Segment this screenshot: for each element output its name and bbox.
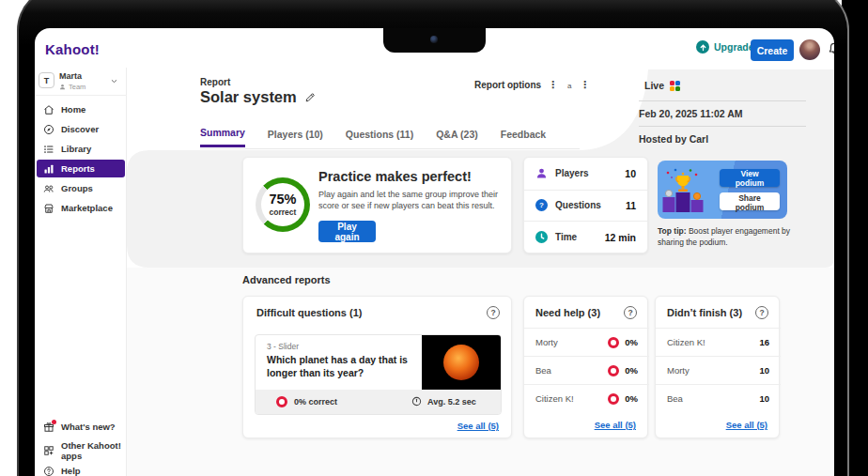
list-icon <box>43 144 54 155</box>
stat-row-time: Time 12 min <box>524 221 647 253</box>
tab-summary[interactable]: Summary <box>200 127 245 147</box>
question-type: 3 - Slider <box>267 342 299 351</box>
team-type-icon <box>59 84 66 90</box>
upgrade-label: Upgrade <box>714 41 754 53</box>
upgrade-button[interactable]: Upgrade <box>696 40 754 54</box>
gift-icon <box>43 422 54 433</box>
sidebar-item-label: Discover <box>61 124 99 134</box>
share-podium-button[interactable]: Share podium <box>720 192 780 210</box>
report-eyebrow: Report <box>200 77 230 87</box>
create-button[interactable]: Create <box>751 39 794 61</box>
player-value: 0% <box>625 393 638 404</box>
edit-title-icon[interactable] <box>304 91 317 103</box>
see-all-link[interactable]: See all (5) <box>726 420 767 430</box>
bar-chart-icon <box>43 163 54 175</box>
zero-score-icon <box>608 393 619 405</box>
sidebar-item-home[interactable]: Home <box>37 100 125 118</box>
player-row: Bea 0% <box>524 356 649 384</box>
play-again-button[interactable]: Play again <box>318 221 376 242</box>
compass-icon <box>43 124 54 135</box>
help-icon[interactable]: ? <box>755 306 768 319</box>
sidebar-item-other-apps[interactable]: Other Kahoot! apps <box>37 441 125 459</box>
team-selector[interactable]: T Marta Team <box>39 70 123 93</box>
sidebar-item-label: Groups <box>61 183 93 193</box>
see-all-link[interactable]: See all (5) <box>595 420 636 430</box>
podium-tip: Top tip: Boost player engagement by shar… <box>658 225 798 249</box>
player-name: Citizen K! <box>667 337 759 347</box>
session-mode: Live <box>644 80 664 91</box>
camera-dot <box>430 36 438 43</box>
stat-value: 11 <box>626 200 636 211</box>
score-caption: correct <box>270 207 297 217</box>
planet-image <box>443 345 479 380</box>
kahoot-logo[interactable]: Kahoot! <box>45 41 100 57</box>
session-mode-row: Live <box>644 80 680 91</box>
player-value: 10 <box>759 393 769 404</box>
tab-feedback[interactable]: Feedback <box>501 129 546 146</box>
stat-label: Players <box>555 168 617 178</box>
card-title: Difficult questions (1) <box>256 307 362 318</box>
storefront-icon <box>43 203 54 214</box>
kahoot-mark-icon <box>670 81 680 91</box>
see-all-link[interactable]: See all (5) <box>457 421 499 431</box>
podium-card: View podium Share podium <box>658 161 787 219</box>
zero-score-icon <box>608 337 619 348</box>
player-row: Morty 10 <box>656 356 781 384</box>
sidebar-item-label: What's new? <box>61 422 116 432</box>
card-title: Didn’t finish (3) <box>667 307 742 318</box>
zero-score-icon <box>608 365 619 376</box>
info-divider <box>639 100 806 101</box>
view-podium-button[interactable]: View podium <box>720 169 780 187</box>
apps-grid-icon <box>43 445 54 456</box>
sidebar-item-label: Help <box>61 466 81 476</box>
need-help-card: Need help (3) ? Morty 0% Bea 0% Citizen … <box>523 296 648 438</box>
player-row: Morty 0% <box>524 328 649 356</box>
didnt-finish-card: Didn’t finish (3) ? Citizen K! 16 Morty … <box>655 296 780 438</box>
podium-illustration <box>662 167 704 212</box>
stat-row-questions: ? Questions 11 <box>524 190 647 222</box>
sidebar-item-reports[interactable]: Reports <box>37 160 125 177</box>
tabs-underline <box>200 148 580 149</box>
sidebar-item-library[interactable]: Library <box>37 140 125 158</box>
help-icon[interactable]: ? <box>624 306 637 319</box>
sidebar-item-help[interactable]: Help <box>37 462 125 476</box>
player-row: Citizen K! 0% <box>524 384 649 412</box>
stat-label: Questions <box>555 200 618 210</box>
practice-card: 75% correct Practice makes perfect! Play… <box>242 157 512 253</box>
help-circle-icon <box>43 466 54 476</box>
player-name: Morty <box>667 365 759 376</box>
question-item[interactable]: 3 - Slider Which planet has a day that i… <box>255 334 502 415</box>
report-options-button[interactable]: Report options ⋮ <box>474 80 558 90</box>
sidebar-item-groups[interactable]: Groups <box>37 179 125 197</box>
player-row: Citizen K! 16 <box>656 328 781 356</box>
tab-players[interactable]: Players (10) <box>268 129 323 146</box>
question-image <box>422 335 501 390</box>
session-datetime: Feb 20, 2025 11:02 AM <box>639 108 743 119</box>
practice-body: Play again and let the same group improv… <box>318 189 506 211</box>
page: Kahoot! Upgrade Create T Marta Te <box>0 0 868 476</box>
stat-value: 10 <box>625 168 636 179</box>
report-title: Solar system <box>200 88 297 106</box>
stray-menu-kebab-icon[interactable]: ⋮ <box>580 80 590 90</box>
player-value: 0% <box>625 337 638 347</box>
help-icon[interactable]: ? <box>487 306 500 319</box>
avatar[interactable] <box>799 39 820 60</box>
player-name: Morty <box>535 337 608 347</box>
score-percent: 75% <box>269 192 296 207</box>
sidebar-item-marketplace[interactable]: Marketplace <box>37 199 125 217</box>
tip-label: Top tip: <box>658 226 687 236</box>
kebab-icon: ⋮ <box>548 80 558 90</box>
team-name: Marta <box>59 71 82 81</box>
bell-icon[interactable] <box>827 41 834 60</box>
avg-time-label: Avg. 5.2 sec <box>427 397 476 407</box>
device-frame: Kahoot! Upgrade Create T Marta Te <box>17 0 849 476</box>
tab-questions[interactable]: Questions (11) <box>346 129 413 146</box>
sidebar: T Marta Team Home Discover <box>35 68 127 476</box>
sidebar-item-label: Library <box>61 144 91 154</box>
advanced-reports-heading: Advanced reports <box>242 274 331 285</box>
tab-qa[interactable]: Q&A (23) <box>436 129 478 146</box>
stat-label: Time <box>555 232 597 242</box>
sidebar-item-discover[interactable]: Discover <box>37 120 125 138</box>
sidebar-item-whats-new[interactable]: What's new? <box>37 418 125 436</box>
player-name: Bea <box>667 393 759 404</box>
